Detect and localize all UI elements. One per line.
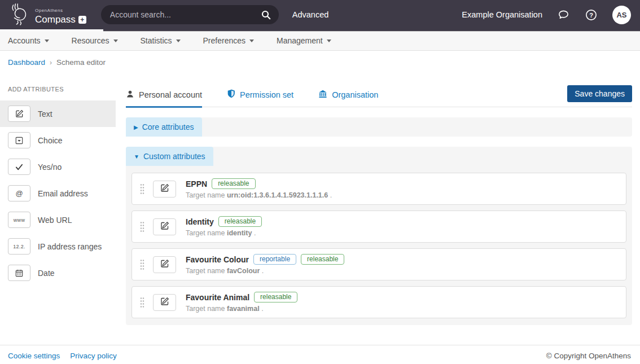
account-search-input[interactable] bbox=[110, 10, 261, 19]
edit-attribute-button[interactable] bbox=[153, 294, 176, 311]
breadcrumb-current: Schema editor bbox=[56, 58, 106, 67]
edit-attribute-button[interactable] bbox=[153, 218, 176, 235]
sidebar-heading: ADD ATTRIBUTES bbox=[8, 86, 116, 93]
edit-icon bbox=[160, 259, 169, 270]
sidebar-item-email-address[interactable]: @ Email address bbox=[0, 180, 116, 207]
attribute-name: Identity bbox=[186, 217, 214, 226]
chevron-down-icon bbox=[45, 40, 49, 42]
edit-icon bbox=[160, 183, 169, 195]
attribute-name: Favourite Animal bbox=[186, 293, 249, 302]
choice-icon bbox=[8, 132, 30, 148]
advanced-search-link[interactable]: Advanced bbox=[292, 10, 329, 19]
badge-releasable: releasable bbox=[301, 254, 344, 265]
menu-item-statistics[interactable]: Statistics bbox=[141, 36, 181, 45]
attribute-card: Favourite Colour reportablereleasable Ta… bbox=[131, 248, 626, 280]
caret-down-icon: ▼ bbox=[134, 154, 139, 160]
edit-icon bbox=[160, 297, 169, 308]
ip-icon: 12.2. bbox=[8, 238, 30, 255]
bank-icon bbox=[318, 90, 327, 100]
custom-attributes-toggle[interactable]: ▼ Custom attributes bbox=[126, 147, 213, 166]
user-avatar[interactable]: AS bbox=[612, 6, 631, 24]
badge-releasable: releasable bbox=[218, 216, 262, 227]
top-navbar: OpenAthens Compass + Advanced Example Or… bbox=[0, 0, 640, 29]
tab-permission-set[interactable]: Permission set bbox=[227, 89, 293, 107]
attribute-card: Identity releasable Target name identity… bbox=[131, 210, 626, 243]
breadcrumb-separator: › bbox=[50, 59, 52, 67]
sidebar-item-date[interactable]: Date bbox=[0, 260, 116, 286]
attribute-card: EPPN releasable Target name urn:oid:1.3.… bbox=[131, 173, 626, 205]
attribute-target-name: Target name favanimal . bbox=[186, 305, 297, 313]
edit-attribute-button[interactable] bbox=[153, 256, 176, 273]
custom-attributes-panel: ▼ Custom attributes bbox=[126, 147, 632, 325]
edit-icon bbox=[8, 106, 30, 122]
calendar-icon bbox=[8, 265, 30, 281]
core-attributes-panel: ▶ Core attributes bbox=[126, 117, 632, 137]
menu-item-resources[interactable]: Resources bbox=[72, 36, 118, 45]
check-icon bbox=[8, 159, 30, 175]
attribute-card: Favourite Animal releasable Target name … bbox=[131, 286, 626, 318]
tab-organisation[interactable]: Organisation bbox=[318, 89, 378, 107]
openathens-compass-logo[interactable]: OpenAthens Compass + bbox=[9, 2, 86, 28]
sidebar-item-yes-no[interactable]: Yes/no bbox=[0, 154, 116, 180]
owl-logo-icon bbox=[9, 2, 30, 28]
schema-editor-main: Personal account Permission set Organisa… bbox=[126, 71, 632, 345]
menu-item-accounts[interactable]: Accounts bbox=[8, 36, 49, 45]
badge-releasable: releasable bbox=[254, 292, 297, 302]
at-icon: @ bbox=[8, 185, 30, 201]
organisation-name[interactable]: Example Organisation bbox=[462, 10, 542, 19]
search-icon[interactable] bbox=[261, 10, 271, 20]
breadcrumb: Dashboard › Schema editor bbox=[0, 51, 640, 71]
caret-right-icon: ▶ bbox=[134, 124, 138, 130]
privacy-policy-link[interactable]: Privacy policy bbox=[70, 352, 117, 360]
account-search-box bbox=[101, 5, 279, 24]
badge-releasable: releasable bbox=[212, 178, 255, 189]
sidebar-item-text[interactable]: Text bbox=[0, 100, 116, 127]
attribute-name: Favourite Colour bbox=[186, 255, 249, 264]
breadcrumb-dashboard-link[interactable]: Dashboard bbox=[8, 58, 45, 67]
menu-item-management[interactable]: Management bbox=[277, 36, 331, 45]
www-icon: www bbox=[8, 212, 30, 228]
help-icon[interactable]: ? bbox=[585, 8, 598, 21]
save-changes-button[interactable]: Save changes bbox=[567, 85, 632, 102]
cookie-settings-link[interactable]: Cookie settings bbox=[8, 352, 60, 360]
navbar-shadow-strip bbox=[103, 29, 640, 31]
edit-attribute-button[interactable] bbox=[153, 181, 176, 198]
attribute-target-name: Target name urn:oid:1.3.6.1.4.1.5923.1.1… bbox=[186, 191, 332, 199]
svg-text:?: ? bbox=[589, 11, 593, 18]
brand-openathens: OpenAthens bbox=[35, 8, 63, 13]
chevron-down-icon bbox=[113, 40, 118, 42]
badge-reportable: reportable bbox=[253, 254, 296, 265]
plus-box-icon: + bbox=[78, 16, 86, 24]
chevron-down-icon bbox=[327, 40, 331, 42]
chevron-down-icon bbox=[249, 40, 254, 42]
sidebar-item-web-url[interactable]: www Web URL bbox=[0, 207, 116, 233]
sidebar-item-choice[interactable]: Choice bbox=[0, 127, 116, 154]
tab-personal-account[interactable]: Personal account bbox=[126, 89, 202, 108]
edit-icon bbox=[160, 221, 169, 233]
brand-compass: Compass bbox=[35, 14, 76, 25]
drag-handle-icon[interactable] bbox=[140, 221, 144, 233]
add-attributes-sidebar: ADD ATTRIBUTES Text Choice Yes/no @ Emai… bbox=[0, 71, 116, 345]
copyright-text: © Copyright OpenAthens bbox=[546, 352, 631, 360]
core-attributes-toggle[interactable]: ▶ Core attributes bbox=[126, 117, 202, 137]
attribute-target-name: Target name identity . bbox=[186, 229, 262, 237]
shield-icon bbox=[227, 89, 235, 100]
schema-tabs: Personal account Permission set Organisa… bbox=[126, 89, 632, 107]
drag-handle-icon[interactable] bbox=[140, 297, 144, 308]
messages-icon[interactable] bbox=[557, 8, 570, 21]
page-footer: Cookie settings Privacy policy © Copyrig… bbox=[0, 345, 640, 364]
drag-handle-icon[interactable] bbox=[140, 259, 144, 270]
main-menu-bar: Accounts Resources Statistics Preference… bbox=[0, 31, 640, 51]
attribute-name: EPPN bbox=[186, 179, 207, 188]
attribute-target-name: Target name favColour . bbox=[186, 267, 344, 275]
chevron-down-icon bbox=[176, 40, 181, 42]
person-icon bbox=[126, 90, 134, 100]
sidebar-item-ip-address-ranges[interactable]: 12.2. IP address ranges bbox=[0, 233, 116, 260]
menu-item-preferences[interactable]: Preferences bbox=[203, 36, 254, 45]
drag-handle-icon[interactable] bbox=[140, 183, 144, 195]
